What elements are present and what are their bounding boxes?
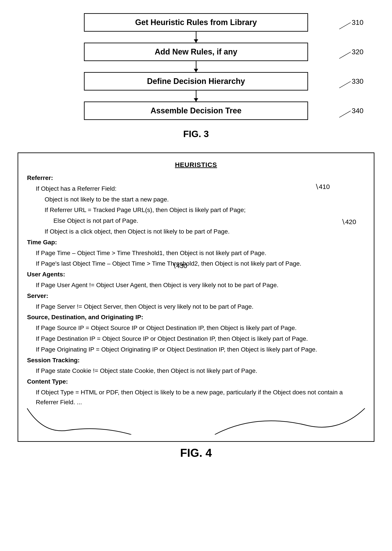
useragents-line1: If Page User Agent != Object User Agent,… (36, 280, 365, 290)
fig3-caption: FIG. 3 (183, 129, 209, 139)
flowchart: Get Heuristic Rules from Library 310 Add… (0, 13, 392, 120)
source-line3: If Page Originating IP = Object Originat… (36, 345, 365, 355)
flow-step-340: Assemble Decision Tree 340 (0, 102, 392, 120)
referrer-line4: Else Object is not part of Page. (53, 216, 365, 226)
flow-box-320-label: Add New Rules, if any (155, 47, 237, 56)
curves-svg (27, 408, 365, 435)
referrer-line5: If Object is a click object, then Object… (45, 227, 365, 237)
flow-box-340: Assemble Decision Tree (84, 102, 308, 120)
server-line1: If Page Server != Object Server, then Ob… (36, 302, 365, 312)
ref-label-340: 340 (337, 107, 364, 115)
flow-box-320: Add New Rules, if any (84, 43, 308, 61)
arrow-320-330 (196, 61, 196, 72)
ref-label-310: 310 (337, 18, 364, 27)
ref-label-320: 320 (337, 48, 364, 56)
section-session-heading: Session Tracking: (27, 356, 365, 365)
flow-box-330-label: Define Decision Hierarchy (147, 77, 245, 86)
ref-label-430: ∖430 (172, 261, 187, 271)
section-contenttype-heading: Content Type: (27, 377, 365, 387)
arrow-330-340 (196, 91, 196, 102)
fig4-caption: FIG. 4 (18, 446, 374, 459)
heuristics-content: Referrer: If Object has a Referrer Field… (27, 173, 365, 407)
flow-step-320: Add New Rules, if any 320 (0, 43, 392, 61)
ref-label-410: ∖410 (315, 182, 330, 192)
section-timegap-heading: Time Gap: (27, 237, 365, 247)
referrer-line2: Object is not likely to be the start a n… (45, 195, 365, 204)
section-referrer-heading: Referrer: (27, 173, 365, 183)
section-useragents-heading: User Agents: (27, 270, 365, 279)
timegap-line1: If Page Time – Object Time > Time Thresh… (36, 248, 365, 258)
referrer-line3: If Referrer URL = Tracked Page URL(s), t… (45, 205, 365, 215)
fig4-section: HEURISTICS ∖410 ∖420 ∖430 Referrer: If O… (0, 153, 392, 473)
section-source-heading: Source, Destination, and Originating IP: (27, 312, 365, 322)
section-server-heading: Server: (27, 291, 365, 301)
flow-step-330: Define Decision Hierarchy 330 (0, 72, 392, 91)
source-line1: If Page Source IP = Object Source IP or … (36, 323, 365, 333)
timegap-line2: If Page's last Object Time – Object Time… (36, 259, 365, 269)
source-line2: If Page Destination IP = Object Source I… (36, 334, 365, 344)
fig3-section: Get Heuristic Rules from Library 310 Add… (0, 0, 392, 153)
heuristics-box: HEURISTICS ∖410 ∖420 ∖430 Referrer: If O… (18, 153, 374, 442)
arrow-310-320 (196, 32, 196, 43)
ref-label-420: ∖420 (341, 217, 356, 227)
heuristics-title: HEURISTICS (27, 160, 365, 170)
flow-step-310: Get Heuristic Rules from Library 310 (0, 13, 392, 32)
ref-label-330: 330 (337, 77, 364, 85)
session-line1: If Page state Cookie != Object state Coo… (36, 366, 365, 376)
bottom-curves (27, 408, 365, 435)
flow-box-330: Define Decision Hierarchy (84, 72, 308, 91)
contenttype-line1: If Object Type = HTML or PDF, then Objec… (36, 388, 365, 407)
flow-box-310-label: Get Heuristic Rules from Library (135, 18, 257, 27)
flow-box-310: Get Heuristic Rules from Library (84, 13, 308, 32)
flow-box-340-label: Assemble Decision Tree (151, 106, 241, 115)
